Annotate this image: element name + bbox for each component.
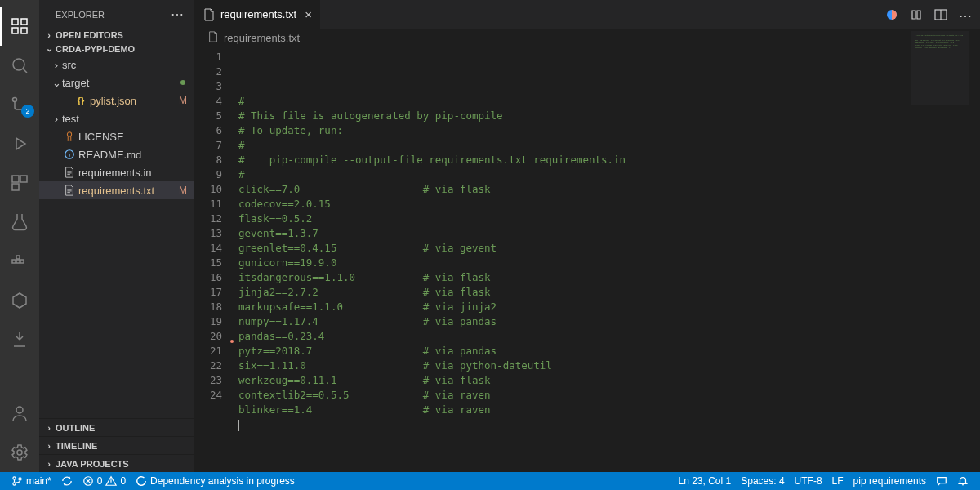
svg-rect-6: [16, 256, 20, 259]
status-problems[interactable]: 0 0: [78, 475, 131, 487]
file-icon: [203, 8, 216, 21]
more-icon[interactable]: ⋯: [959, 8, 972, 21]
svg-point-16: [19, 478, 21, 480]
status-feedback-icon[interactable]: [931, 475, 952, 487]
sidebar-header: EXPLORER ⋯: [39, 0, 194, 29]
activity-kubernetes[interactable]: [0, 281, 39, 320]
section-timeline[interactable]: › TIMELINE: [39, 436, 194, 454]
activity-bar: 2: [0, 0, 39, 472]
editor-body[interactable]: 123456789101112131415161718192021222324 …: [194, 47, 980, 472]
color-mode-icon[interactable]: [885, 8, 898, 21]
tree-folder[interactable]: ›src: [39, 56, 194, 74]
editor-area: requirements.txt × ⋯ requireme: [194, 0, 980, 472]
code-content[interactable]: ## This file is autogenerated by pip-com…: [232, 47, 980, 472]
status-bell-icon[interactable]: [952, 475, 973, 487]
chevron-right-icon: ›: [42, 459, 56, 469]
tree-folder[interactable]: ⌄target: [39, 74, 194, 91]
file-icon: [62, 149, 77, 160]
split-editor-icon[interactable]: [934, 8, 947, 21]
file-icon: [62, 167, 77, 178]
activity-docker[interactable]: [0, 242, 39, 281]
tree-file[interactable]: requirements.txtM: [39, 181, 194, 199]
section-project[interactable]: ⌄ CRDA-PYPI-DEMO: [39, 42, 194, 56]
chevron-right-icon: ›: [42, 30, 56, 40]
svg-rect-3: [12, 260, 16, 263]
svg-rect-5: [20, 260, 24, 263]
svg-point-1: [13, 98, 17, 102]
activity-scm[interactable]: 2: [0, 85, 39, 124]
svg-point-10: [67, 132, 71, 136]
svg-point-14: [13, 477, 16, 479]
modified-dot: [180, 80, 185, 85]
svg-point-9: [17, 450, 22, 455]
status-bar: main* 0 0 Dependency analysis in progres…: [0, 472, 980, 490]
svg-rect-4: [16, 260, 20, 263]
chevron-right-icon: ›: [51, 113, 62, 125]
tree-folder[interactable]: ›test: [39, 109, 194, 127]
tab-requirements[interactable]: requirements.txt ×: [194, 0, 321, 29]
tree-file[interactable]: requirements.in: [39, 163, 194, 181]
section-outline[interactable]: › OUTLINE: [39, 418, 194, 436]
file-icon: {}: [74, 96, 88, 105]
activity-search[interactable]: [0, 46, 39, 85]
git-status: M: [179, 95, 187, 106]
sidebar: EXPLORER ⋯ › OPEN EDITORS ⌄ CRDA-PYPI-DE…: [39, 0, 194, 472]
tree-file[interactable]: README.md: [39, 145, 194, 163]
line-numbers: 123456789101112131415161718192021222324: [194, 47, 232, 472]
sidebar-title: EXPLORER: [56, 10, 105, 20]
status-eol[interactable]: LF: [827, 475, 849, 487]
scm-badge: 2: [21, 105, 34, 118]
chevron-down-icon: ⌄: [51, 77, 62, 89]
status-indent[interactable]: Spaces: 4: [736, 475, 789, 487]
file-icon: [207, 31, 219, 45]
status-language[interactable]: pip requirements: [849, 475, 931, 487]
activity-settings[interactable]: [0, 433, 39, 472]
activity-explorer[interactable]: [0, 7, 39, 46]
tree-file[interactable]: LICENSE: [39, 127, 194, 145]
activity-extensions[interactable]: [0, 163, 39, 203]
breadcrumb-label: requirements.txt: [224, 32, 300, 44]
file-icon: [62, 185, 77, 196]
activity-debug[interactable]: [0, 124, 39, 163]
status-encoding[interactable]: UTF-8: [790, 475, 827, 487]
chevron-right-icon: ›: [42, 423, 56, 433]
chevron-right-icon: ›: [42, 441, 56, 451]
activity-testing[interactable]: [0, 203, 39, 242]
status-cursor[interactable]: Ln 23, Col 1: [674, 475, 737, 487]
activity-account[interactable]: [0, 394, 39, 433]
svg-point-8: [16, 407, 23, 413]
section-open-editors[interactable]: › OPEN EDITORS: [39, 29, 194, 42]
status-task[interactable]: Dependency analysis in progress: [131, 475, 300, 487]
tab-actions: ⋯: [877, 0, 980, 29]
compare-icon[interactable]: [910, 8, 923, 21]
section-java-projects[interactable]: › JAVA PROJECTS: [39, 454, 194, 472]
svg-point-15: [13, 483, 16, 485]
status-sync[interactable]: [56, 475, 78, 487]
close-icon[interactable]: ×: [305, 7, 312, 21]
error-marker: [230, 340, 234, 343]
git-status: M: [179, 185, 187, 196]
chevron-down-icon: ⌄: [42, 43, 56, 54]
tab-bar: requirements.txt × ⋯: [194, 0, 980, 29]
tree-file[interactable]: {}pylist.jsonM: [39, 91, 194, 109]
file-tree: ›src⌄target{}pylist.jsonM›testLICENSEREA…: [39, 56, 194, 418]
svg-marker-7: [13, 293, 26, 308]
tab-label: requirements.txt: [220, 8, 296, 20]
status-branch[interactable]: main*: [7, 475, 56, 487]
file-icon: [62, 131, 77, 142]
activity-pin[interactable]: [0, 320, 39, 359]
breadcrumbs[interactable]: requirements.txt: [194, 29, 980, 47]
chevron-right-icon: ›: [51, 59, 62, 71]
svg-point-0: [13, 59, 24, 70]
sidebar-more-icon[interactable]: ⋯: [171, 7, 184, 22]
